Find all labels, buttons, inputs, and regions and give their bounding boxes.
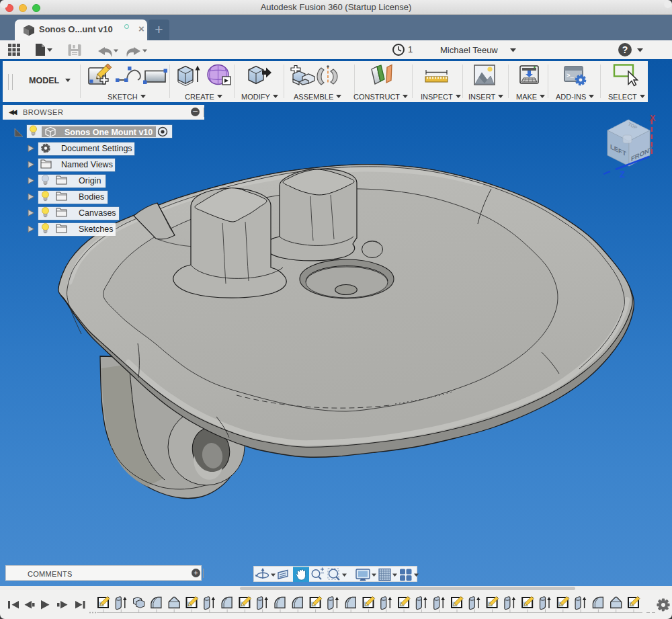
svg-text:?: ?	[622, 44, 628, 55]
svg-text:Z: Z	[620, 169, 625, 179]
svg-text:X: X	[650, 113, 656, 123]
